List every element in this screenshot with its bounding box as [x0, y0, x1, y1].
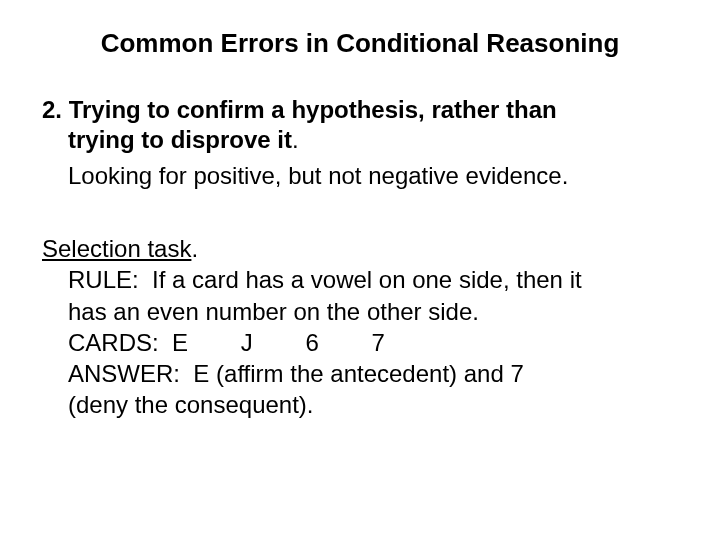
task-label-tail: .: [191, 235, 198, 262]
answer-label: ANSWER:: [68, 360, 180, 387]
cards-label: CARDS:: [68, 329, 159, 356]
error-heading-line2: trying to disprove it: [68, 126, 292, 153]
rule-text-2: has an even number on the other side.: [42, 296, 678, 327]
card-1: J: [241, 329, 253, 356]
error-number: 2.: [42, 96, 62, 123]
rule-label: RULE:: [68, 266, 139, 293]
rule-text-1: If a card has a vowel on one side, then …: [152, 266, 582, 293]
selection-task-block: Selection task. RULE: If a card has a vo…: [42, 233, 678, 420]
card-3: 7: [371, 329, 384, 356]
card-0: E: [172, 329, 188, 356]
error-heading-tail: .: [292, 126, 299, 153]
task-label: Selection task: [42, 235, 191, 262]
error-heading: 2. Trying to confirm a hypothesis, rathe…: [42, 95, 678, 155]
answer-text-2: (deny the consequent).: [42, 389, 678, 420]
error-explanation: Looking for positive, but not negative e…: [42, 161, 678, 191]
card-2: 6: [305, 329, 318, 356]
error-heading-line1: Trying to confirm a hypothesis, rather t…: [69, 96, 557, 123]
answer-text-1: E (affirm the antecedent) and 7: [193, 360, 523, 387]
cards-line: CARDS: E J 6 7: [42, 327, 678, 358]
slide-title: Common Errors in Conditional Reasoning: [42, 28, 678, 59]
